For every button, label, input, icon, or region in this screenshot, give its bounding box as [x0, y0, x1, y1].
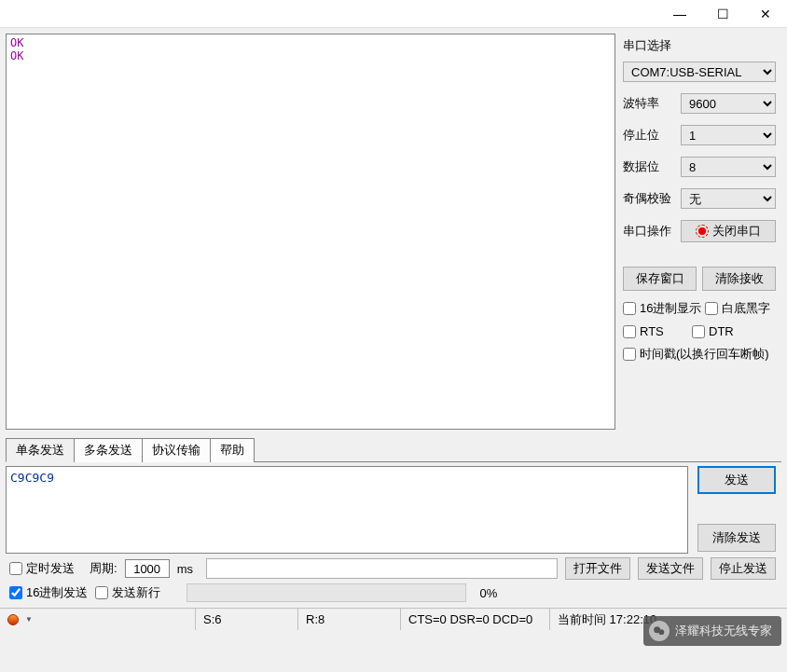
status-received: R:8	[298, 609, 401, 630]
tab-multi-send[interactable]: 多条发送	[74, 438, 143, 462]
port-status-icon	[696, 225, 709, 238]
stop-send-button[interactable]: 停止发送	[711, 557, 776, 580]
dropdown-icon[interactable]: ▼	[25, 615, 33, 624]
window-minimize-button[interactable]: —	[658, 0, 701, 27]
clear-send-button[interactable]: 清除发送	[697, 524, 776, 552]
clear-receive-button[interactable]: 清除接收	[702, 267, 776, 291]
period-input[interactable]	[125, 559, 170, 578]
file-path-input[interactable]	[206, 558, 558, 579]
dtr-checkbox[interactable]: DTR	[692, 324, 734, 338]
status-signals: CTS=0 DSR=0 DCD=0	[401, 609, 550, 630]
period-unit: ms	[177, 562, 193, 576]
baud-label: 波特率	[623, 95, 675, 112]
wechat-watermark: 泽耀科技无线专家	[643, 616, 781, 646]
hex-display-checkbox[interactable]: 16进制显示	[623, 300, 701, 317]
databit-select[interactable]: 8	[681, 157, 776, 177]
port-action-label: 串口操作	[623, 223, 675, 240]
save-window-button[interactable]: 保存窗口	[623, 267, 697, 291]
port-select[interactable]: COM7:USB-SERIAL	[623, 62, 776, 82]
window-maximize-button[interactable]: ☐	[701, 0, 744, 27]
tab-protocol[interactable]: 协议传输	[142, 438, 211, 462]
serial-select-title: 串口选择	[623, 37, 776, 54]
send-button[interactable]: 发送	[697, 466, 776, 494]
wechat-icon	[649, 621, 670, 641]
hex-send-checkbox[interactable]: 16进制发送	[9, 584, 88, 601]
output-line: OK	[10, 49, 611, 62]
databit-label: 数据位	[623, 158, 675, 175]
send-tabs: 单条发送 多条发送 协议传输 帮助	[6, 437, 781, 462]
white-bg-checkbox[interactable]: 白底黑字	[705, 300, 770, 317]
status-dot-icon	[7, 614, 19, 625]
svg-point-1	[658, 629, 664, 635]
send-file-button[interactable]: 发送文件	[638, 557, 703, 580]
period-label: 周期:	[90, 560, 117, 577]
receive-output[interactable]: OK OK	[6, 34, 615, 430]
send-newline-checkbox[interactable]: 发送新行	[95, 584, 160, 601]
stopbit-select[interactable]: 1	[681, 125, 776, 145]
parity-label: 奇偶校验	[623, 190, 675, 207]
status-sent: S:6	[196, 609, 298, 630]
output-line: OK	[10, 36, 611, 49]
close-port-button[interactable]: 关闭串口	[681, 220, 776, 242]
parity-select[interactable]: 无	[681, 188, 776, 209]
baud-select[interactable]: 9600	[681, 93, 776, 114]
open-file-button[interactable]: 打开文件	[565, 557, 630, 580]
tab-single-send[interactable]: 单条发送	[6, 438, 75, 462]
send-input[interactable]	[6, 466, 688, 554]
timed-send-checkbox[interactable]: 定时发送	[9, 560, 75, 577]
progress-percent: 0%	[479, 586, 497, 600]
stopbit-label: 停止位	[623, 127, 675, 144]
rts-checkbox[interactable]: RTS	[623, 324, 688, 338]
tab-help[interactable]: 帮助	[210, 438, 255, 462]
window-close-button[interactable]: ✕	[744, 0, 787, 27]
send-progress	[186, 583, 466, 602]
timestamp-checkbox[interactable]: 时间戳(以换行回车断帧)	[623, 346, 769, 363]
